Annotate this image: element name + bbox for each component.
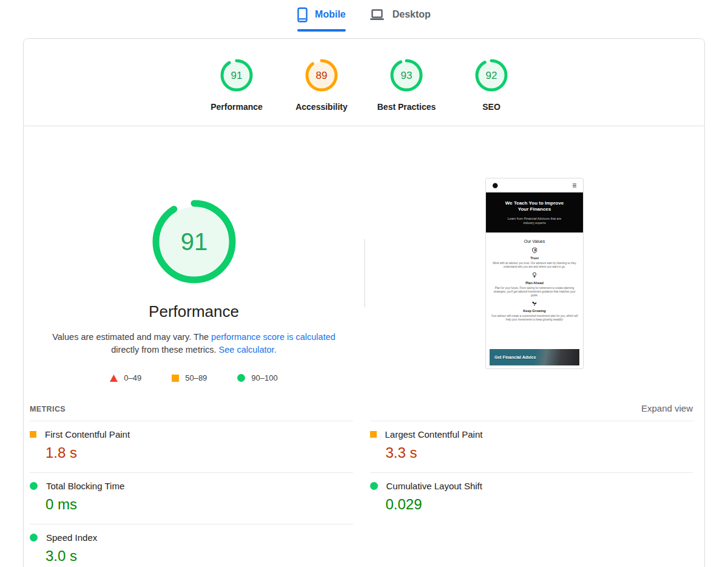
gauge-label: Accessibility (295, 102, 348, 112)
metric-value: 3.3 s (386, 444, 693, 461)
metrics-heading: METRICS (30, 405, 66, 413)
metric-name: Cumulative Layout Shift (386, 481, 482, 491)
preview-values-section: Our Values Trust Work with an advisor yo… (486, 233, 583, 347)
preview-menu-icon (573, 184, 576, 188)
preview-value-desc: Your advisor will create a customized in… (490, 314, 579, 321)
desktop-icon (369, 8, 385, 21)
average-square-icon (172, 375, 179, 382)
gauge-score: 93 (401, 70, 413, 81)
preview-cta-banner: Get Financial Advice (490, 349, 579, 365)
pass-circle-icon (370, 482, 378, 490)
preview-cta-label: Get Financial Advice (494, 355, 536, 360)
metric-row-total-blocking-time: Total Blocking Time 0 ms (30, 472, 353, 524)
legend-item-pass: 90–100 (237, 373, 277, 382)
active-tab-underline (297, 29, 346, 32)
metric-value: 1.8 s (46, 444, 353, 461)
sprout-icon (531, 301, 537, 307)
score-calculation-link[interactable]: performance score is calculated (211, 332, 335, 342)
category-gauge-best-practices[interactable]: 93 Best Practices (364, 58, 449, 112)
metrics-header: METRICS Expand view (30, 393, 693, 421)
legend-item-average: 50–89 (172, 373, 207, 382)
gauge-score: 91 (231, 70, 243, 81)
legend-range: 50–89 (185, 373, 207, 382)
performance-summary-section: 91 Performance Values are estimated and … (24, 126, 704, 393)
metrics-column-left: First Contentful Paint 1.8 s Total Block… (30, 421, 353, 567)
page-screenshot-preview: We Teach You to Improve Your Finances Le… (485, 178, 584, 369)
metric-row-cumulative-layout-shift: Cumulative Layout Shift 0.029 (370, 472, 693, 524)
metrics-columns: First Contentful Paint 1.8 s Total Block… (30, 421, 693, 567)
tab-desktop[interactable]: Desktop (369, 5, 431, 32)
summary-divider (364, 239, 365, 307)
performance-score-panel: 91 Performance Values are estimated and … (24, 126, 364, 393)
performance-score-value: 91 (180, 228, 207, 255)
preview-value-keep-growing: Keep Growing Your advisor will create a … (486, 301, 583, 322)
see-calculator-link[interactable]: See calculator. (219, 345, 277, 355)
legend-range: 90–100 (251, 373, 277, 382)
category-gauge-performance[interactable]: 91 Performance (194, 58, 279, 112)
gauge-label: Best Practices (377, 102, 436, 112)
device-tabbar: Mobile Desktop (0, 0, 728, 32)
preview-hero-title: We Teach You to Improve Your Finances (501, 200, 568, 212)
category-gauge-accessibility[interactable]: 89 Accessibility (279, 58, 364, 112)
metrics-section: METRICS Expand view First Contentful Pai… (24, 393, 704, 567)
metric-value: 0.029 (386, 496, 693, 513)
legend-range: 0–49 (124, 373, 141, 382)
category-gauge-seo[interactable]: 92 SEO (449, 58, 534, 112)
screenshot-panel: We Teach You to Improve Your Finances Le… (364, 126, 704, 393)
performance-gauge-svg: 91 (220, 58, 254, 92)
preview-value-desc: Plan for your future. From saving for re… (490, 286, 579, 297)
metrics-column-right: Largest Contentful Paint 3.3 s Cumulativ… (370, 421, 693, 524)
report-card: 91 Performance 89 Accessibility 93 Best … (23, 38, 705, 567)
preview-hero-subtitle: Learn from Financial Advisors that are i… (505, 216, 563, 225)
legend-item-fail: 0–49 (110, 373, 141, 382)
preview-value-plan-ahead: Plan Ahead Plan for your future. From sa… (486, 273, 583, 297)
metric-name: First Contentful Paint (45, 429, 130, 440)
average-square-icon (370, 431, 377, 438)
metric-row-speed-index: Speed Index 3.0 s (30, 524, 353, 567)
tab-desktop-label: Desktop (393, 9, 431, 20)
metric-name: Speed Index (46, 532, 97, 543)
preview-value-title: Keep Growing (486, 309, 583, 313)
pass-circle-icon (237, 374, 245, 382)
gauge-label: SEO (482, 102, 500, 112)
score-legend: 0–49 50–89 90–100 (110, 373, 277, 393)
accessibility-gauge-svg: 89 (305, 58, 339, 92)
pass-circle-icon (30, 534, 38, 542)
metric-value: 0 ms (46, 496, 353, 513)
score-description: Values are estimated and may vary. The p… (42, 331, 346, 356)
tab-mobile-label: Mobile (315, 9, 346, 20)
lightbulb-icon (532, 273, 536, 279)
performance-title: Performance (149, 302, 239, 321)
score-description-text: directly from these metrics. (111, 345, 218, 355)
metric-row-largest-contentful-paint: Largest Contentful Paint 3.3 s (370, 421, 693, 472)
tab-mobile[interactable]: Mobile (297, 5, 346, 32)
performance-score-gauge: 91 (152, 199, 237, 284)
pass-circle-icon (30, 482, 38, 490)
metric-name: Largest Contentful Paint (385, 429, 483, 440)
gauge-score: 92 (486, 70, 497, 81)
metric-name: Total Blocking Time (46, 481, 124, 491)
average-square-icon (30, 431, 36, 438)
category-gauges-row: 91 Performance 89 Accessibility 93 Best … (24, 39, 704, 126)
fail-triangle-icon (110, 375, 118, 382)
gauge-score: 89 (316, 70, 328, 81)
metric-value: 3.0 s (46, 548, 353, 565)
preview-value-title: Trust (486, 256, 583, 260)
preview-value-trust: Trust Work with an advisor you trust. Ou… (486, 248, 583, 269)
metric-row-first-contentful-paint: First Contentful Paint 1.8 s (30, 421, 353, 472)
best-practices-gauge-svg: 93 (389, 58, 423, 92)
gauge-label: Performance (211, 102, 263, 112)
mobile-icon (297, 7, 308, 22)
shield-icon (531, 248, 537, 254)
preview-value-title: Plan Ahead (486, 281, 583, 285)
preview-hero: We Teach You to Improve Your Finances Le… (486, 192, 583, 233)
score-description-text: Values are estimated and may vary. The (52, 332, 211, 342)
preview-header (486, 178, 583, 192)
preview-section-title: Our Values (486, 239, 583, 243)
seo-gauge-svg: 92 (474, 58, 508, 92)
preview-value-desc: Work with an advisor you trust. Our advi… (490, 261, 579, 268)
preview-logo-icon (493, 183, 498, 188)
expand-view-button[interactable]: Expand view (641, 403, 693, 413)
